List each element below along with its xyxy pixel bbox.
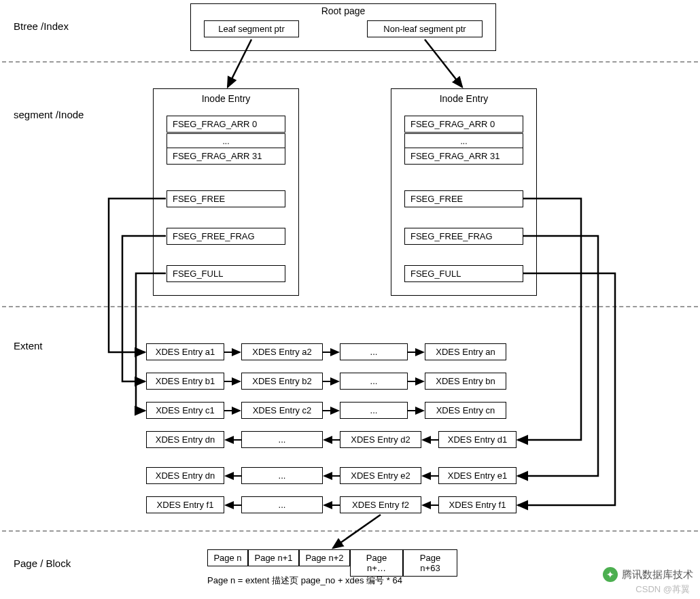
page-n2: Page n+2 <box>299 549 350 566</box>
xdes-cn: XDES Entry cn <box>425 402 506 419</box>
xdes-b-dots: ... <box>340 373 408 390</box>
xdes-e2: XDES Entry e2 <box>340 467 421 484</box>
leaf-ptr: Leaf segment ptr <box>204 20 299 37</box>
label-extent: Extent <box>14 340 43 352</box>
xdes-e1: XDES Entry e1 <box>438 467 517 484</box>
xdes-a2: XDES Entry a2 <box>241 343 323 360</box>
xdes-f1a: XDES Entry f1 <box>146 496 224 513</box>
xdes-a-dots: ... <box>340 343 408 360</box>
inode-right-frag31: FSEG_FRAG_ARR 31 <box>404 148 523 165</box>
xdes-d1: XDES Entry d1 <box>438 431 517 448</box>
inode-left-freefrag: FSEG_FREE_FRAG <box>167 228 285 245</box>
xdes-d-dots: ... <box>241 431 323 448</box>
xdes-b1: XDES Entry b1 <box>146 373 224 390</box>
separator-3 <box>2 530 698 532</box>
page-n: Page n <box>207 549 248 566</box>
xdes-an: XDES Entry an <box>425 343 506 360</box>
watermark-csdn: CSDN @苒翼 <box>635 583 690 596</box>
label-segment: segment /Inode <box>14 109 84 120</box>
xdes-e-dn: XDES Entry dn <box>146 467 224 484</box>
page-n63: Page n+63 <box>403 549 457 577</box>
separator-1 <box>2 61 698 63</box>
xdes-f1b: XDES Entry f1 <box>438 496 517 513</box>
page-n3: Page n+… <box>350 549 403 577</box>
watermark-tencent: ✦ 腾讯数据库技术 <box>603 567 693 582</box>
page-n1: Page n+1 <box>248 549 299 566</box>
label-page: Page / Block <box>14 558 71 569</box>
inode-right-free: FSEG_FREE <box>404 190 523 207</box>
xdes-b2: XDES Entry b2 <box>241 373 323 390</box>
xdes-d2: XDES Entry d2 <box>340 431 421 448</box>
inode-left-title: Inode Entry <box>154 89 298 104</box>
inode-right-fragdots: ... <box>404 133 523 148</box>
inode-left-free: FSEG_FREE <box>167 190 285 207</box>
xdes-f2: XDES Entry f2 <box>340 496 421 513</box>
inode-left-fragdots: ... <box>167 133 285 148</box>
inode-right-freefrag: FSEG_FREE_FRAG <box>404 228 523 245</box>
inode-left-frag31: FSEG_FRAG_ARR 31 <box>167 148 285 165</box>
xdes-c-dots: ... <box>340 402 408 419</box>
label-btree: Btree /Index <box>14 20 69 32</box>
inode-right-frag0: FSEG_FRAG_ARR 0 <box>404 116 523 133</box>
xdes-c1: XDES Entry c1 <box>146 402 224 419</box>
wechat-icon: ✦ <box>603 567 618 582</box>
xdes-e-dots: ... <box>241 467 323 484</box>
nonleaf-ptr: Non-leaf segment ptr <box>367 20 483 37</box>
xdes-bn: XDES Entry bn <box>425 373 506 390</box>
watermark-tencent-text: 腾讯数据库技术 <box>622 568 693 581</box>
xdes-a1: XDES Entry a1 <box>146 343 224 360</box>
root-title: Root page <box>191 4 495 16</box>
formula-text: Page n = extent 描述页 page_no + xdes 编号 * … <box>207 575 402 587</box>
inode-right-title: Inode Entry <box>391 89 536 104</box>
xdes-dn: XDES Entry dn <box>146 431 224 448</box>
inode-left-frag0: FSEG_FRAG_ARR 0 <box>167 116 285 133</box>
xdes-c2: XDES Entry c2 <box>241 402 323 419</box>
separator-2 <box>2 306 698 307</box>
inode-left-full: FSEG_FULL <box>167 265 285 282</box>
xdes-f-dots: ... <box>241 496 323 513</box>
inode-right-full: FSEG_FULL <box>404 265 523 282</box>
